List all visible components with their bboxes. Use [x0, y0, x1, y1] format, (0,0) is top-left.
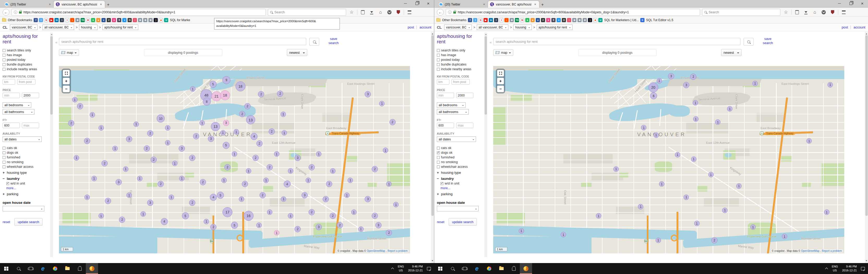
checkbox-box[interactable] — [3, 165, 5, 168]
map-cluster-marker[interactable]: 2 — [189, 200, 195, 206]
checkbox-box[interactable] — [437, 156, 440, 159]
fullscreen-button[interactable] — [497, 70, 504, 77]
checkbox-box[interactable] — [6, 182, 9, 185]
availability-select[interactable]: all dates — [3, 136, 42, 142]
linkedin-bookmark-icon[interactable]: in — [489, 18, 493, 22]
map-cluster-marker[interactable]: 4 — [251, 133, 258, 140]
map-cluster-marker[interactable]: 6 — [650, 92, 657, 99]
map-cluster-marker[interactable]: 1 — [221, 178, 227, 183]
taskbar-chrome-icon[interactable] — [49, 263, 61, 274]
flickr-bookmark-icon[interactable]: :: — [133, 18, 137, 22]
map-cluster-marker[interactable]: 1 — [137, 176, 143, 181]
tumblr-bookmark-icon[interactable]: t — [60, 18, 64, 22]
craigslist-logo[interactable]: CL — [437, 25, 441, 29]
map-cluster-marker[interactable]: 1 — [386, 181, 392, 187]
map-cluster-marker[interactable]: 1 — [806, 138, 812, 144]
map-cluster-marker[interactable]: 1 — [828, 82, 833, 87]
map-cluster-marker[interactable]: 1 — [727, 106, 733, 112]
map-cluster-marker[interactable]: 1 — [641, 125, 647, 130]
sqft-max-input[interactable] — [22, 123, 39, 128]
checkbox-box[interactable] — [3, 58, 5, 61]
opera-bookmark-icon[interactable]: O — [128, 18, 132, 22]
save-search-link[interactable]: save search — [760, 37, 776, 45]
taskbar-start-icon[interactable] — [434, 263, 446, 274]
laundry-toggle[interactable]: − laundry — [437, 177, 483, 181]
map-cluster-marker[interactable]: 1 — [282, 130, 287, 136]
scroll-up-icon[interactable] — [51, 33, 53, 35]
globe-3-bookmark-icon[interactable]: ⊕ — [578, 18, 582, 22]
checkbox-wheelchair-access[interactable]: wheelchair access — [437, 165, 483, 169]
pocket-icon[interactable] — [386, 9, 393, 16]
globe-4-bookmark-icon[interactable]: ⊕ — [148, 18, 153, 22]
menu-hamburger-icon[interactable] — [406, 9, 413, 16]
postal-code-input[interactable] — [17, 79, 35, 85]
checkbox-furnished[interactable]: furnished — [437, 155, 483, 159]
map-cluster-marker[interactable]: 3 — [126, 136, 132, 142]
map-cluster-marker[interactable]: 5 — [182, 212, 189, 219]
map-cluster-marker[interactable]: 2 — [242, 181, 248, 187]
language-indicator[interactable]: ENG US — [832, 265, 838, 272]
checkbox-wd-in-unit[interactable]: w/d in unit — [6, 182, 49, 185]
bookmark-star-icon[interactable] — [348, 9, 355, 16]
facebook-bookmark-icon[interactable]: f — [34, 18, 38, 22]
checkbox-cats-ok[interactable]: cats ok — [437, 146, 483, 150]
pocket-icon[interactable] — [820, 9, 827, 16]
collapse-sidebar-chevron[interactable]: « — [55, 40, 57, 44]
map-cluster-marker[interactable]: 2 — [309, 209, 315, 215]
bedrooms-select[interactable]: all bedrooms — [3, 102, 31, 108]
close-icon[interactable] — [99, 2, 103, 6]
checkbox-box[interactable] — [437, 151, 440, 154]
map-cluster-marker[interactable]: 2 — [711, 237, 717, 243]
language-indicator[interactable]: ENG US — [398, 265, 404, 272]
open-house-select[interactable] — [3, 206, 44, 211]
map-cluster-marker[interactable]: 2 — [239, 111, 245, 117]
sort-dropdown[interactable]: newest — [287, 49, 307, 56]
breadcrumb-select-vancouver-bc[interactable]: vancouver, BC — [10, 25, 37, 30]
map-cluster-marker[interactable]: 2 — [372, 213, 378, 219]
search-input[interactable] — [493, 38, 740, 45]
globe-1-bookmark-icon[interactable]: ⊕ — [75, 18, 80, 22]
map-cluster-marker[interactable]: 2 — [84, 138, 90, 144]
messenger-bookmark-icon[interactable]: ● — [557, 18, 561, 22]
map-cluster-marker[interactable]: 1 — [393, 202, 399, 208]
map-cluster-marker[interactable]: 1 — [694, 221, 700, 226]
map-cluster-marker[interactable]: 2 — [252, 155, 259, 161]
scrollbar-thumb[interactable] — [485, 36, 487, 115]
checkbox-box[interactable] — [437, 68, 440, 71]
map-cluster-marker[interactable]: 1 — [264, 178, 269, 183]
map-cluster-marker[interactable]: 1 — [656, 78, 662, 84]
map-cluster-marker[interactable]: 1 — [708, 172, 714, 178]
back-button[interactable] — [437, 9, 444, 16]
map-cluster-marker[interactable]: 16 — [244, 211, 253, 221]
map-cluster-marker[interactable]: 2 — [101, 160, 108, 166]
td-bank-bookmark-icon[interactable]: TD — [515, 18, 519, 22]
map-cluster-marker[interactable]: 1 — [133, 121, 139, 127]
checkbox-box[interactable] — [3, 161, 5, 163]
map-cluster-marker[interactable]: 1 — [659, 181, 664, 187]
map-cluster-marker[interactable]: 4 — [161, 218, 168, 225]
map-cluster-marker[interactable]: 1 — [824, 210, 829, 215]
map-cluster-marker[interactable]: 4 — [210, 194, 217, 201]
url-text[interactable]: https://vancouver.craigslist.ca/search/a… — [458, 10, 629, 14]
map-cluster-marker[interactable]: 1 — [752, 81, 758, 86]
map-cluster-marker[interactable]: 18 — [220, 90, 230, 100]
taskbar-task-view-icon[interactable] — [459, 263, 471, 274]
checkbox-cats-ok[interactable]: cats ok — [3, 146, 49, 150]
taskbar-edge-icon[interactable] — [471, 263, 483, 274]
map-cluster-marker[interactable]: 2 — [326, 181, 332, 187]
restore-button[interactable] — [411, 0, 423, 7]
map-cluster-marker[interactable]: 1 — [722, 208, 728, 213]
map-cluster-marker[interactable]: 1 — [691, 156, 696, 162]
close-window-button[interactable] — [857, 0, 868, 7]
map-cluster-marker[interactable]: 2 — [390, 119, 396, 125]
hashtag-bookmark-icon[interactable]: # — [107, 18, 111, 22]
youtube-bookmark-icon[interactable]: ▶ — [49, 18, 54, 22]
map-cluster-marker[interactable]: 1 — [561, 232, 566, 238]
checkbox-box[interactable] — [437, 49, 440, 52]
account-link[interactable]: account — [420, 25, 431, 29]
map-cluster-marker[interactable]: 2 — [144, 145, 150, 152]
url-bar[interactable]: https://vancouver.craigslist.ca/search/a… — [11, 9, 266, 16]
linkedin-bookmark-icon[interactable]: in — [55, 18, 59, 22]
tab-twitter[interactable]: (20) Twitter — [437, 1, 488, 8]
taskbar-chrome-icon[interactable] — [483, 263, 495, 274]
